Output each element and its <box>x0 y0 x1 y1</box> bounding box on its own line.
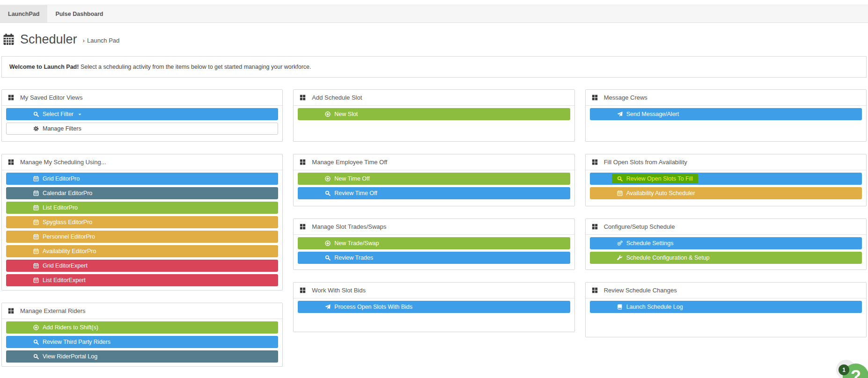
availability-editorpro-button[interactable]: Availability EditorPro <box>6 245 278 257</box>
button-label: Send Message/Alert <box>626 111 679 117</box>
panel-review-schedule-changes: Review Schedule Changes Launch Schedule … <box>585 282 867 337</box>
wrench-icon <box>617 255 623 261</box>
button-label: List EditorExpert <box>43 277 86 284</box>
panel-title: Manage Employee Time Off <box>312 159 387 166</box>
welcome-message: Select a scheduling activity from the it… <box>79 64 311 70</box>
button-label: Launch Schedule Log <box>626 304 683 310</box>
calendar-editorpro-button[interactable]: Calendar EditorPro <box>6 187 278 199</box>
panel-title: Fill Open Slots from Availability <box>604 159 687 166</box>
panel-title: My Saved Editor Views <box>20 94 82 101</box>
column-3: Message Crews Send Message/Alert Fill Op… <box>585 89 867 337</box>
th-large-icon <box>300 159 306 165</box>
button-label: Personnel EditorPro <box>43 233 95 240</box>
button-label: Grid EditorExpert <box>43 262 88 269</box>
column-2: Add Schedule Slot New Slot Manage Employ… <box>293 89 574 332</box>
new-trade-swap-button[interactable]: New Trade/Swap <box>298 237 570 249</box>
th-large-icon <box>300 287 306 293</box>
view-riderportal-log-button[interactable]: View RiderPortal Log <box>6 350 278 363</box>
calendar-icon <box>617 190 623 196</box>
button-label: Review Trades <box>334 254 373 261</box>
review-open-slots-to-fill-button[interactable]: Review Open Slots To Fill <box>590 173 862 185</box>
calendar-icon <box>33 263 39 269</box>
breadcrumb-separator: › <box>83 37 85 44</box>
add-riders-to-shifts-button[interactable]: Add Riders to Shift(s) <box>6 321 278 334</box>
select-filter-button[interactable]: Select Filter <box>6 108 278 120</box>
button-label: Grid EditorPro <box>43 175 80 182</box>
process-open-slots-with-bids-button[interactable]: Process Open Slots With Bids <box>298 301 570 313</box>
welcome-banner: Welcome to Launch Pad! Select a scheduli… <box>1 56 867 78</box>
list-editorexpert-button[interactable]: List EditorExpert <box>6 274 278 286</box>
panel-title: Review Schedule Changes <box>604 287 677 294</box>
availability-auto-scheduler-button[interactable]: Availability Auto Scheduler <box>590 187 862 199</box>
review-trades-button[interactable]: Review Trades <box>298 252 570 264</box>
panel-add-schedule-slot: Add Schedule Slot New Slot <box>293 89 574 142</box>
panel-title: Configure/Setup Schedule <box>604 223 675 230</box>
list-editorpro-button[interactable]: List EditorPro <box>6 202 278 214</box>
th-large-icon <box>8 94 14 101</box>
plus-circle-icon <box>325 176 331 182</box>
gear-icon <box>33 126 39 131</box>
calendar-icon <box>33 234 39 240</box>
panel-manage-employee-time-off: Manage Employee Time Off New Time Off Re… <box>293 154 574 206</box>
personnel-editorpro-button[interactable]: Personnel EditorPro <box>6 231 278 243</box>
th-large-icon <box>8 308 14 314</box>
launch-schedule-log-button[interactable]: Launch Schedule Log <box>590 301 862 313</box>
calendar-icon <box>33 190 39 196</box>
plus-circle-icon <box>325 111 331 117</box>
schedule-settings-button[interactable]: Schedule Settings <box>590 237 862 249</box>
send-message-alert-button[interactable]: Send Message/Alert <box>590 108 862 120</box>
th-large-icon <box>300 94 306 101</box>
plus-circle-icon <box>33 325 39 330</box>
panel-work-with-slot-bids: Work With Slot Bids Process Open Slots W… <box>293 282 574 332</box>
calendar-icon <box>3 34 15 45</box>
notification-badge: 1 <box>839 364 849 375</box>
panel-title: Message Crews <box>604 94 647 101</box>
panel-manage-slot-trades-swaps: Manage Slot Trades/Swaps New Trade/Swap … <box>293 218 574 270</box>
th-large-icon <box>8 159 14 165</box>
launchpad-grid: My Saved Editor Views Select Filter Mana… <box>0 89 868 378</box>
panel-title: Manage External Riders <box>20 307 85 314</box>
caret-down-icon <box>77 112 82 117</box>
panel-title: Work With Slot Bids <box>312 287 366 294</box>
button-label: View RiderPortal Log <box>43 353 97 360</box>
button-label: Spyglass EditorPro <box>43 219 92 225</box>
breadcrumb-item: Launch Pad <box>87 37 119 44</box>
tab-launchpad[interactable]: LaunchPad <box>0 5 47 22</box>
button-label: Review Time Off <box>334 190 377 196</box>
review-time-off-button[interactable]: Review Time Off <box>298 187 570 199</box>
button-label: List EditorPro <box>43 204 78 211</box>
panel-title: Manage Slot Trades/Swaps <box>312 223 386 230</box>
tab-pulse-dashboard[interactable]: Pulse Dashboard <box>47 5 111 22</box>
button-label: Availability EditorPro <box>43 248 96 254</box>
spyglass-editorpro-button[interactable]: Spyglass EditorPro <box>6 216 278 228</box>
button-label: Availability Auto Scheduler <box>626 190 695 196</box>
search-icon <box>33 111 39 117</box>
th-large-icon <box>592 224 598 230</box>
search-icon <box>33 354 39 359</box>
new-slot-button[interactable]: New Slot <box>298 108 570 120</box>
button-label: New Trade/Swap <box>334 240 379 247</box>
panel-configure-setup-schedule: Configure/Setup Schedule Schedule Settin… <box>585 218 867 270</box>
manage-filters-button[interactable]: Manage Filters <box>6 123 278 135</box>
button-label: Review Open Slots To Fill <box>626 175 693 182</box>
th-large-icon <box>592 159 598 165</box>
grid-editorpro-button[interactable]: Grid EditorPro <box>6 173 278 185</box>
plus-circle-icon <box>325 240 331 246</box>
schedule-configuration-setup-button[interactable]: Schedule Configuration & Setup <box>590 252 862 264</box>
page-title: Scheduler <box>20 32 77 47</box>
review-third-party-riders-button[interactable]: Review Third Party Riders <box>6 336 278 348</box>
grid-editorexpert-button[interactable]: Grid EditorExpert <box>6 260 278 272</box>
th-large-icon <box>592 287 598 293</box>
calendar-icon <box>33 277 39 283</box>
button-label: Calendar EditorPro <box>43 190 92 196</box>
button-label: Schedule Configuration & Setup <box>626 254 710 261</box>
calendar-icon <box>33 205 39 211</box>
search-highlight: Review Open Slots To Fill <box>612 174 698 183</box>
new-time-off-button[interactable]: New Time Off <box>298 173 570 185</box>
tab-bar: LaunchPad Pulse Dashboard <box>0 5 868 23</box>
search-icon <box>325 190 331 196</box>
panel-my-saved-editor-views: My Saved Editor Views Select Filter Mana… <box>1 89 283 142</box>
button-label: New Time Off <box>334 175 369 182</box>
panel-title: Manage My Scheduling Using... <box>20 159 106 166</box>
top-strip <box>0 0 868 5</box>
